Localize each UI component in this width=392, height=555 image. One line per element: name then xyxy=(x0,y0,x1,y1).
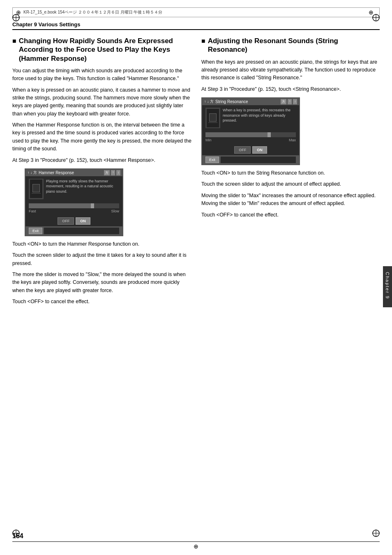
string-resonance-title-bar: ↑ ↓ 方 String Resonance 方 ↑ ↓ xyxy=(202,98,299,105)
bottom-crosshair-icon: ⊕ xyxy=(194,543,198,550)
left-section-icon: ■ xyxy=(12,37,16,45)
main-content: ■ Changing How Rapidly Sounds Are Expres… xyxy=(12,30,380,309)
left-after-para-3: The more the slider is moved to "Slow," … xyxy=(12,271,193,295)
reg-mark-tl xyxy=(12,13,21,22)
sr-slider-label-right: Max xyxy=(289,138,296,142)
screen-title-bar: ↑ ↓ 方 Hammer Response 方 ↑ ↓ xyxy=(25,169,122,176)
sr-screen-description: When a key is pressed, this recreates th… xyxy=(223,108,296,128)
screen-slider-labels: Fast Slow xyxy=(29,208,119,214)
sr-slider-label-left: Min xyxy=(205,138,212,142)
sr-screen-off-button[interactable]: OFF xyxy=(234,146,251,154)
right-after-para-4: Touch <OFF> to cancel the effect. xyxy=(201,211,380,219)
string-resonance-screen: ↑ ↓ 方 String Resonance 方 ↑ ↓ xyxy=(201,97,300,165)
screen-description: Playing more softly slows the hammer mov… xyxy=(46,179,119,199)
screen-slider-track xyxy=(29,203,119,208)
left-para-4: At Step 3 in "Procedure" (p. 152), touch… xyxy=(12,157,193,164)
sr-screen-buttons: OFF ON xyxy=(202,145,299,155)
slider-label-left: Fast xyxy=(29,209,36,213)
title-icon-2: ↑ xyxy=(111,170,115,175)
screen-icon xyxy=(29,179,44,199)
sr-screen-exit-filler xyxy=(221,157,296,163)
chapter-tab-text: Chapter 9 xyxy=(385,272,390,299)
sr-title-icon-1: 方 xyxy=(281,99,286,104)
sr-title-text: String Resonance xyxy=(215,99,248,104)
reg-mark-br xyxy=(371,529,380,538)
left-para-2: When a key is pressed on an acoustic pia… xyxy=(12,86,193,118)
sr-screen-body: When a key is pressed, this recreates th… xyxy=(202,105,299,131)
screen-title-text: Hammer Response xyxy=(39,170,74,175)
sr-screen-exit-button[interactable]: Exit xyxy=(205,157,219,163)
page-container: ⊕ KR-17_15_e.book 154ページ ２００４年１２月６日 月曜日 … xyxy=(0,7,392,555)
screen-buttons: OFF ON xyxy=(25,216,122,226)
screen-exit-bar: Exit xyxy=(25,226,122,235)
sr-title-icons: 方 ↑ ↓ xyxy=(281,99,297,104)
meta-text: KR-17_15_e.book 154ページ ２００４年１２月６日 月曜日 午後… xyxy=(23,9,162,15)
screen-exit-filler xyxy=(44,228,119,234)
chapter-tab: Chapter 9 xyxy=(383,266,392,307)
title-icons: 方 ↑ ↓ xyxy=(104,170,120,175)
sr-title-icon-3: ↓ xyxy=(293,99,297,104)
bottom-separator-line xyxy=(12,541,380,542)
left-after-para-4: Touch <OFF> to cancel the effect. xyxy=(12,298,193,306)
sr-title-icons-left: ↑ ↓ 方 xyxy=(204,99,214,104)
chapter-header: Chapter 9 Various Settings xyxy=(12,21,380,30)
left-after-para-2: Touch the screen slider to adjust the ti… xyxy=(12,251,193,267)
left-section-heading: ■ Changing How Rapidly Sounds Are Expres… xyxy=(12,37,193,63)
sr-screen-slider-labels: Min Max xyxy=(205,137,296,143)
screen-off-button[interactable]: OFF xyxy=(58,217,74,225)
sr-screen-icon xyxy=(205,108,220,128)
screen-on-button[interactable]: ON xyxy=(76,217,90,225)
screen-exit-button[interactable]: Exit xyxy=(29,228,42,234)
slider-label-right: Slow xyxy=(111,209,119,213)
left-para-3: When the Hammer Response function is on,… xyxy=(12,121,193,153)
chapter-header-text: Chapter 9 Various Settings xyxy=(12,21,80,28)
right-para-2: At Step 3 in "Procedure" (p. 152), touch… xyxy=(201,85,380,93)
title-icon-3: ↓ xyxy=(116,170,120,175)
reg-mark-tr xyxy=(371,13,380,22)
left-para-1: You can adjust the timing with which sou… xyxy=(12,67,193,83)
sr-screen-slider-track xyxy=(205,132,296,137)
right-section-icon: ■ xyxy=(201,37,205,45)
screen-title-icons-left: ↑ ↓ 方 xyxy=(28,170,37,175)
left-column: ■ Changing How Rapidly Sounds Are Expres… xyxy=(12,30,193,309)
right-para-1: When the keys are pressed on an acoustic… xyxy=(201,58,380,82)
right-section-title: Adjusting the Resonant Sounds (String Re… xyxy=(208,37,380,54)
page-number: 154 xyxy=(12,532,23,540)
sr-screen-exit-bar: Exit xyxy=(202,155,299,164)
title-icon-1: 方 xyxy=(104,170,110,175)
sr-screen-on-button[interactable]: ON xyxy=(252,146,267,154)
top-meta-bar: ⊕ KR-17_15_e.book 154ページ ２００４年１２月６日 月曜日 … xyxy=(12,7,380,17)
right-after-para-3: Moving the slider to "Max" increases the… xyxy=(201,192,380,208)
left-section-title: Changing How Rapidly Sounds Are Expresse… xyxy=(19,37,193,63)
right-after-para-1: Touch <ON> to turn the String Resonance … xyxy=(201,169,380,177)
sr-title-icon-2: ↑ xyxy=(288,99,292,104)
right-after-para-2: Touch the screen slider to adjust the am… xyxy=(201,180,380,188)
right-section-heading: ■ Adjusting the Resonant Sounds (String … xyxy=(201,37,380,54)
right-column: ■ Adjusting the Resonant Sounds (String … xyxy=(201,30,380,309)
screen-slider-area: Fast Slow xyxy=(25,202,122,216)
sr-screen-slider-area: Min Max xyxy=(202,131,299,145)
screen-body: Playing more softly slows the hammer mov… xyxy=(25,176,122,202)
left-after-para-1: Touch <ON> to turn the Hammer Response f… xyxy=(12,240,193,248)
hammer-response-screen: ↑ ↓ 方 Hammer Response 方 ↑ ↓ xyxy=(25,168,123,236)
